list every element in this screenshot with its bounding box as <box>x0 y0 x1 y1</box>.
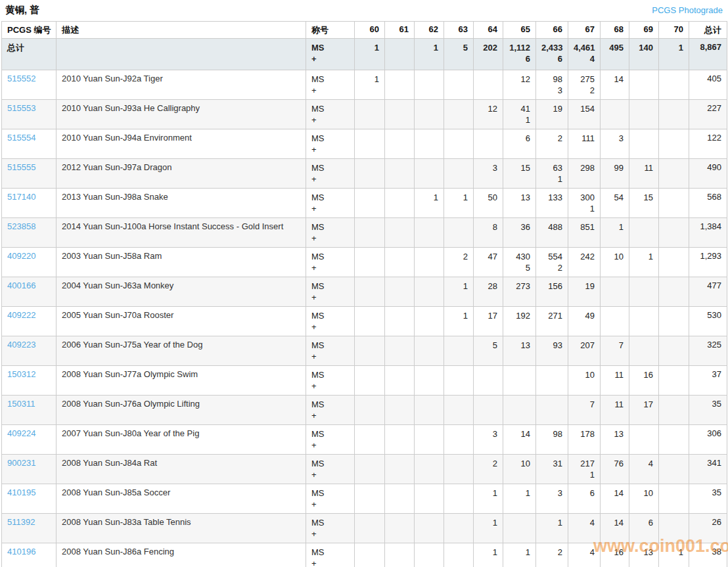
grade-plus-value <box>390 321 409 332</box>
row-total-cell: 35 <box>689 396 727 425</box>
grade-plus-value <box>449 528 468 539</box>
grade-ms-value: 133 <box>541 192 562 203</box>
pcgs-number-link[interactable]: 409223 <box>7 340 35 350</box>
grade-plus-value <box>574 292 595 303</box>
col-header-designation: 称号 <box>306 22 355 39</box>
grade-ms-value: 1 <box>541 517 562 528</box>
designation-plus: + <box>311 558 349 567</box>
pcgs-number-link[interactable]: 517140 <box>7 192 35 202</box>
pcgs-number-link[interactable]: 515554 <box>7 133 35 143</box>
grade-plus-value <box>606 351 624 362</box>
grade-62-cell <box>415 277 444 307</box>
grade-68-cell: 1 <box>601 218 629 248</box>
grade-plus-value <box>664 321 683 332</box>
pcgs-number-link[interactable]: 515553 <box>7 103 35 113</box>
row-total-cell: 37 <box>689 366 727 396</box>
col-header-grade-65: 65 <box>503 22 536 39</box>
designation-ms: MS <box>311 428 349 440</box>
grade-ms-value <box>606 103 624 114</box>
pcgs-number-link[interactable]: 523858 <box>7 221 35 231</box>
grade-plus-value <box>664 410 683 421</box>
pcgs-number-cell: 150312 <box>2 366 57 396</box>
grade-ms-value <box>449 399 468 410</box>
grade-plus-value <box>574 440 595 451</box>
grade-60-cell <box>355 543 385 567</box>
page-title: 黄铜, 普 <box>5 4 39 16</box>
grade-plus-value <box>390 173 409 185</box>
grade-ms-value <box>360 369 379 380</box>
grade-plus-value <box>509 440 530 451</box>
grade-65-cell: 6 <box>503 129 536 159</box>
grade-plus-value <box>360 144 379 155</box>
grade-plus-value <box>606 53 624 64</box>
grade-ms-value <box>449 428 468 440</box>
pcgs-number-cell: 900231 <box>2 455 57 484</box>
pcgs-number-cell: 409223 <box>2 336 57 366</box>
pcgs-number-link[interactable]: 410195 <box>7 488 35 497</box>
pcgs-photograde-link[interactable]: PCGS Photograde <box>652 5 723 15</box>
grade-ms-value <box>390 340 409 351</box>
designation-plus: + <box>311 528 349 539</box>
col-header-grade-69: 69 <box>629 22 659 39</box>
table-row: 4092222005 Yuan Sun-J70a RoosterMS+11719… <box>2 307 727 336</box>
grade-66-cell: 156 <box>536 277 568 307</box>
grade-plus-value: 4 <box>574 53 595 64</box>
grade-plus-value <box>420 203 438 214</box>
designation-plus: + <box>311 262 349 273</box>
grade-ms-value <box>420 221 438 233</box>
grade-ms-value: 1 <box>479 547 497 558</box>
grade-plus-value <box>574 351 595 362</box>
pcgs-number-link[interactable]: 409224 <box>7 428 35 438</box>
grade-plus-value <box>509 528 530 539</box>
grade-plus-value <box>606 233 624 244</box>
designation-ms: MS <box>311 310 349 321</box>
grade-63-cell <box>444 100 474 129</box>
grade-plus-value <box>360 321 379 332</box>
grade-plus-value <box>479 85 497 96</box>
pcgs-number-link[interactable]: 515555 <box>7 162 35 172</box>
grade-68-cell: 54 <box>601 189 629 218</box>
grade-ms-value <box>420 103 438 114</box>
grade-plus-value <box>509 85 530 96</box>
grade-63-cell: 2 <box>444 248 474 277</box>
pcgs-number-link[interactable]: 150312 <box>7 369 35 379</box>
grade-plus-value <box>664 499 683 510</box>
grade-66-cell: 2 <box>536 543 568 567</box>
grade-plus-value <box>420 144 438 155</box>
designation-plus: + <box>311 53 349 64</box>
grade-plus-value <box>664 114 683 125</box>
grade-67-cell: 2752 <box>568 70 601 100</box>
grade-ms-value: 54 <box>606 192 624 203</box>
grade-65-cell: 14 <box>503 425 536 455</box>
pcgs-number-link[interactable]: 410196 <box>7 547 35 556</box>
pcgs-number-link[interactable]: 511392 <box>7 517 35 527</box>
pcgs-number-link[interactable]: 900231 <box>7 458 35 468</box>
pcgs-number-link[interactable]: 150311 <box>7 399 35 409</box>
pcgs-number-link[interactable]: 409220 <box>7 251 35 261</box>
grade-plus-value <box>635 114 653 125</box>
grade-68-cell: 14 <box>601 514 629 543</box>
totals-designation: MS+ <box>306 39 355 70</box>
grade-ms-value <box>390 133 409 144</box>
coin-description: 2004 Yuan Sun-J63a Monkey <box>57 277 306 307</box>
grade-ms-value: 31 <box>541 458 562 469</box>
designation-ms: MS <box>311 74 349 85</box>
grade-plus-value <box>360 292 379 303</box>
grade-plus-value <box>664 85 683 96</box>
table-row: 1503112008 Yuan Sun-J76a Olympic Lifting… <box>2 396 727 425</box>
designation-cell: MS+ <box>306 543 355 567</box>
grade-64-cell <box>474 70 503 100</box>
designation-plus: + <box>311 351 349 362</box>
grade-ms-value <box>509 369 530 380</box>
pcgs-number-link[interactable]: 409222 <box>7 310 35 320</box>
grade-plus-value <box>360 499 379 510</box>
pcgs-number-link[interactable]: 400166 <box>7 281 35 290</box>
grade-61-cell <box>385 100 415 129</box>
grade-65-cell: 4305 <box>503 248 536 277</box>
grade-plus-value <box>635 262 653 273</box>
designation-plus: + <box>311 85 349 96</box>
pcgs-number-link[interactable]: 515552 <box>7 74 35 83</box>
grade-ms-value <box>664 221 683 233</box>
totals-grade-68: 495 <box>601 39 629 70</box>
grade-plus-value <box>606 499 624 510</box>
